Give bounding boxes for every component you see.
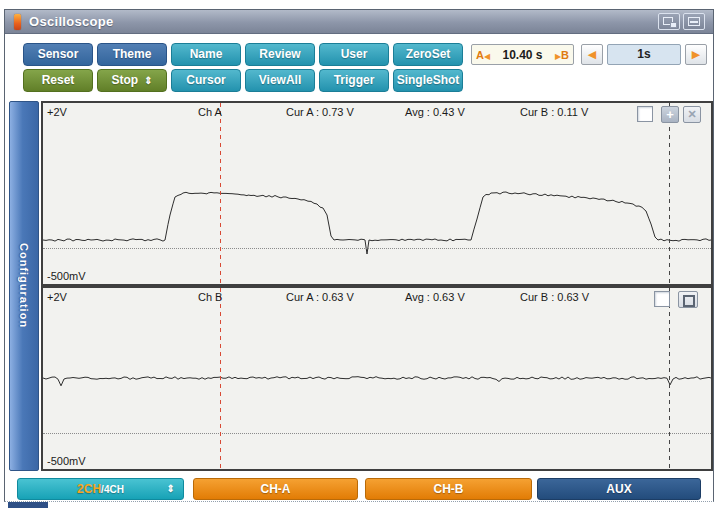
ab-delta-value: 10.40 s — [502, 48, 542, 62]
bottom-scale-label: -500mV — [47, 270, 86, 282]
theme-button[interactable]: Theme — [97, 43, 167, 66]
viewall-button[interactable]: ViewAll — [245, 69, 315, 92]
aux-button[interactable]: AUX — [537, 478, 701, 500]
top-scale-label: +2V — [47, 106, 67, 118]
ab-cursor-delta-readout[interactable]: A◀ 10.40 s ▶B — [471, 44, 574, 65]
zeroset-button[interactable]: ZeroSet — [393, 43, 463, 66]
stop-label: Stop — [111, 73, 138, 87]
timebase-increase-button[interactable]: ▶ — [685, 44, 707, 65]
ch-b-button[interactable]: CH-B — [365, 478, 532, 500]
restore-icon — [663, 17, 673, 25]
channel-b-waveform — [43, 288, 711, 469]
cursor-b-readout: Cur B : 0.11 V — [520, 106, 588, 118]
singleshot-button[interactable]: SingleShot — [393, 69, 463, 92]
cursor-b-label: B — [561, 49, 569, 61]
spinner-icon: ⇕ — [144, 75, 152, 86]
bottom-edge-chip — [8, 502, 48, 508]
cursor-b-readout: Cur B : 0.63 V — [520, 291, 589, 303]
ch-a-button[interactable]: CH-A — [193, 478, 358, 500]
cursor-a-line[interactable] — [220, 288, 221, 469]
trigger-button[interactable]: Trigger — [319, 69, 389, 92]
window-title: Oscilloscope — [29, 10, 114, 34]
cursor-b-line[interactable] — [669, 288, 670, 469]
top-scale-label: +2V — [47, 291, 67, 303]
timebase-decrease-button[interactable]: ◀ — [581, 44, 603, 65]
spinner-icon: ⇕ — [167, 479, 175, 499]
channel-b-panel: +2V Ch B Cur A : 0.63 V Avg : 0.63 V Cur… — [41, 286, 713, 471]
window-menu-button[interactable] — [683, 13, 705, 30]
channel-a-panel: +2V Ch A Cur A : 0.73 V Avg : 0.43 V Cur… — [41, 101, 713, 286]
cursor-a-label: A — [476, 49, 484, 61]
close-channel-button[interactable]: ✕ — [683, 106, 701, 123]
plus-icon: + — [666, 107, 674, 122]
cursor-a-readout: Cur A : 0.63 V — [286, 291, 354, 303]
app-icon — [14, 14, 21, 30]
cursor-a-line[interactable] — [220, 103, 221, 284]
user-setting-button[interactable]: User Setting — [319, 43, 389, 66]
cursor-a-arrow-icon: ◀ — [484, 52, 490, 61]
channel-name-label: Ch B — [198, 291, 222, 303]
mode-active-label: 2CH — [77, 482, 101, 496]
zero-volt-gridline — [43, 433, 711, 434]
review-button[interactable]: Review — [245, 43, 315, 66]
bottom-scale-label: -500mV — [47, 455, 86, 467]
name-button[interactable]: Name — [171, 43, 241, 66]
stop-button[interactable]: Stop⇕ — [97, 69, 167, 92]
average-readout: Avg : 0.43 V — [405, 106, 465, 118]
left-arrow-icon: ◀ — [588, 48, 596, 60]
configuration-tab[interactable]: Configuration — [9, 101, 39, 471]
cursor-button[interactable]: Cursor — [171, 69, 241, 92]
stacked-bars-icon — [688, 17, 700, 26]
sensor-button[interactable]: Sensor — [23, 43, 93, 66]
restore-window-button[interactable] — [658, 13, 680, 30]
zero-volt-gridline — [43, 248, 711, 249]
configuration-tab-label: Configuration — [10, 102, 38, 470]
cursor-a-readout: Cur A : 0.73 V — [286, 106, 354, 118]
channel-name-label: Ch A — [198, 106, 222, 118]
timebase-value: 1s — [607, 44, 681, 65]
channel-mode-selector[interactable]: 2CH/4CH ⇕ — [17, 478, 184, 500]
mode-rest-label: /4CH — [101, 484, 124, 495]
oscilloscope-window: Oscilloscope Sensor Theme Name Review Us… — [4, 9, 714, 502]
zoom-in-button[interactable]: + — [661, 106, 679, 123]
cursor-b-line[interactable] — [669, 103, 670, 284]
average-readout: Avg : 0.63 V — [405, 291, 465, 303]
channel-a-checkbox[interactable] — [637, 106, 653, 122]
maximize-channel-button[interactable] — [678, 291, 698, 308]
right-arrow-icon: ▶ — [692, 48, 700, 60]
reset-button[interactable]: Reset — [23, 69, 93, 92]
close-icon: ✕ — [687, 108, 696, 120]
channel-b-checkbox[interactable] — [654, 291, 670, 307]
title-bar: Oscilloscope — [5, 10, 713, 34]
channel-a-waveform — [43, 103, 711, 284]
